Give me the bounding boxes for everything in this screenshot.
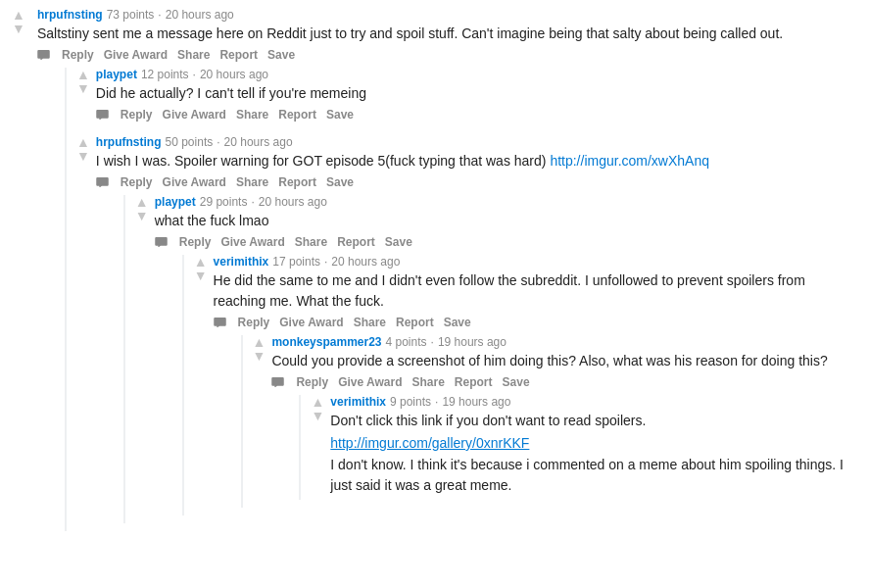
report-btn-c2[interactable]: Report (278, 108, 316, 122)
actions-c5: Reply Give Award Share Report Save (214, 316, 857, 329)
downvote-c7[interactable]: ▼ (311, 409, 324, 422)
share-btn-c1[interactable]: Share (177, 48, 210, 62)
give-award-btn-c3[interactable]: Give Award (163, 175, 226, 189)
text-c1: Saltstiny sent me a message here on Redd… (37, 24, 857, 44)
report-btn-c3[interactable]: Report (278, 175, 316, 189)
chat-icon-c3 (96, 177, 109, 188)
text-c3: I wish I was. Spoiler warning for GOT ep… (96, 151, 857, 172)
report-btn-c4[interactable]: Report (337, 235, 375, 249)
time-c4: 20 hours ago (259, 195, 327, 209)
report-btn-c1[interactable]: Report (219, 48, 258, 62)
comment-c6: ▲ ▼ (253, 335, 857, 508)
points-c4: 29 points (200, 195, 248, 209)
reply-btn-c4[interactable]: Reply (179, 235, 212, 249)
actions-c3: Reply Give Award Share Report Save (96, 175, 857, 189)
text-c4: what the fuck lmao (155, 211, 857, 231)
nested-c4: ▲ ▼ verimithix (182, 255, 857, 515)
author-c4[interactable]: playpet (155, 195, 196, 209)
report-btn-c5[interactable]: Report (396, 316, 434, 329)
points-c7: 9 points (390, 395, 431, 409)
text-c5: He did the same to me and I didn't even … (214, 270, 857, 312)
downvote-c3[interactable]: ▼ (76, 149, 90, 163)
share-btn-c3[interactable]: Share (236, 175, 268, 189)
downvote-c2[interactable]: ▼ (76, 81, 90, 95)
save-btn-c1[interactable]: Save (267, 48, 295, 62)
time-c6: 19 hours ago (438, 335, 507, 349)
author-c7[interactable]: verimithix (330, 395, 386, 409)
chat-icon-c5 (214, 318, 226, 328)
actions-c2: Reply Give Award Share Report Save (96, 108, 857, 122)
nested-c1: ▲ ▼ playpet 12 points · 20 hours ago (65, 68, 857, 531)
time-c5: 20 hours ago (331, 255, 400, 269)
save-btn-c5[interactable]: Save (444, 316, 471, 329)
chat-icon-c1 (37, 50, 50, 61)
comment-c4: ▲ ▼ playpet 29 points (135, 195, 857, 523)
time-c7: 19 hours ago (442, 395, 510, 409)
vote-arrows-c1: ▲ ▼ (12, 8, 25, 35)
reply-btn-c2[interactable]: Reply (121, 108, 153, 122)
give-award-btn-c6[interactable]: Give Award (338, 375, 402, 389)
save-btn-c6[interactable]: Save (503, 375, 530, 389)
reply-btn-c1[interactable]: Reply (62, 48, 94, 62)
comment-c7: ▲ ▼ (311, 395, 857, 500)
points-c1: 73 points (107, 8, 155, 22)
nested-c3: ▲ ▼ playpet 29 points (123, 195, 857, 523)
downvote-c4[interactable]: ▼ (135, 209, 149, 222)
time-c2: 20 hours ago (200, 68, 268, 81)
downvote-c6[interactable]: ▼ (253, 349, 266, 363)
save-btn-c3[interactable]: Save (326, 175, 354, 189)
comment-c3: ▲ ▼ hrpufnsting 50 points · 20 hours ago (76, 135, 857, 531)
upvote-c5[interactable]: ▲ (194, 255, 208, 269)
upvote-c1[interactable]: ▲ (12, 8, 25, 22)
upvote-c4[interactable]: ▲ (135, 195, 149, 209)
share-btn-c2[interactable]: Share (236, 108, 268, 122)
comment-thread: ▲ ▼ hrpufnsting 73 points · 20 hours ago… (0, 0, 869, 555)
actions-c1: Reply Give Award Share Report Save (37, 48, 857, 62)
chat-icon-c6 (271, 377, 284, 388)
upvote-c2[interactable]: ▲ (76, 68, 90, 81)
give-award-btn-c2[interactable]: Give Award (163, 108, 226, 122)
chat-icon-c4 (155, 237, 168, 248)
upvote-c6[interactable]: ▲ (253, 335, 266, 349)
points-c3: 50 points (166, 135, 214, 149)
text-c6: Could you provide a screenshot of him do… (271, 351, 857, 371)
time-c3: 20 hours ago (224, 135, 293, 149)
save-btn-c4[interactable]: Save (385, 235, 412, 249)
downvote-c1[interactable]: ▼ (12, 22, 25, 35)
reply-btn-c3[interactable]: Reply (121, 175, 153, 189)
text-c2: Did he actually? I can't tell if you're … (96, 83, 857, 104)
give-award-btn-c5[interactable]: Give Award (279, 316, 343, 329)
points-c5: 17 points (272, 255, 320, 269)
nested-c5: ▲ ▼ (241, 335, 857, 508)
link-c7[interactable]: http://imgur.com/gallery/0xnrKKF (330, 435, 529, 451)
share-btn-c4[interactable]: Share (295, 235, 327, 249)
author-c6[interactable]: monkeyspammer23 (271, 335, 381, 349)
chat-icon-c2 (96, 110, 109, 121)
downvote-c5[interactable]: ▼ (194, 269, 208, 282)
comment-c1: ▲ ▼ hrpufnsting 73 points · 20 hours ago… (12, 8, 857, 539)
comment-c5: ▲ ▼ verimithix (194, 255, 857, 515)
give-award-btn-c4[interactable]: Give Award (220, 235, 284, 249)
link-c3[interactable]: http://imgur.com/xwXhAnq (550, 153, 709, 169)
author-c5[interactable]: verimithix (214, 255, 269, 269)
upvote-c3[interactable]: ▲ (76, 135, 90, 149)
author-c3[interactable]: hrpufnsting (96, 135, 162, 149)
reply-btn-c5[interactable]: Reply (238, 316, 270, 329)
actions-c6: Reply Give Award Share Report (271, 375, 857, 389)
comment-c2: ▲ ▼ playpet 12 points · 20 hours ago (76, 68, 857, 127)
reply-btn-c6[interactable]: Reply (296, 375, 328, 389)
nested-c6: ▲ ▼ (299, 395, 857, 500)
text2-c7: I don't know. I think it's because i com… (330, 455, 857, 496)
save-btn-c2[interactable]: Save (326, 108, 354, 122)
upvote-c7[interactable]: ▲ (311, 395, 324, 409)
author-c1[interactable]: hrpufnsting (37, 8, 103, 22)
give-award-btn-c1[interactable]: Give Award (104, 48, 168, 62)
report-btn-c6[interactable]: Report (455, 375, 493, 389)
share-btn-c6[interactable]: Share (412, 375, 445, 389)
text-c7: Don't click this link if you don't want … (330, 411, 857, 431)
actions-c4: Reply Give Award Share Report Save (155, 235, 857, 249)
time-c1: 20 hours ago (166, 8, 234, 22)
points-c2: 12 points (141, 68, 189, 81)
share-btn-c5[interactable]: Share (354, 316, 386, 329)
author-c2[interactable]: playpet (96, 68, 137, 81)
